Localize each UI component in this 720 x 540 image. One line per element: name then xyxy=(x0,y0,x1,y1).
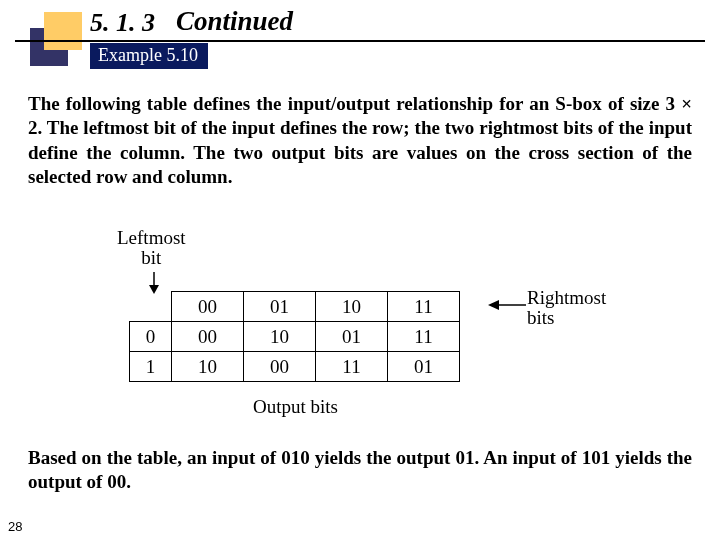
section-number: 5. 1. 3 xyxy=(90,8,155,38)
page-number: 28 xyxy=(8,519,22,534)
table-cell: 10 xyxy=(244,322,316,352)
paragraph-1: The following table defines the input/ou… xyxy=(28,92,692,189)
table-cell: 01 xyxy=(316,322,388,352)
label-leftmost-top: Leftmost xyxy=(117,227,186,248)
table-cell: 11 xyxy=(388,322,460,352)
svg-marker-3 xyxy=(488,300,499,310)
table-cell: 00 xyxy=(172,322,244,352)
label-rightmost-bits: Rightmost bits xyxy=(527,288,606,328)
header-underline xyxy=(15,40,705,42)
label-rightmost-bottom: bits xyxy=(527,307,554,328)
arrow-left-icon xyxy=(488,298,526,312)
label-rightmost-top: Rightmost xyxy=(527,287,606,308)
label-leftmost-bit: Leftmost bit xyxy=(117,228,186,268)
table-cell: 11 xyxy=(316,352,388,382)
table-row: 1 10 00 11 01 xyxy=(130,352,460,382)
decor-square-light xyxy=(44,12,82,50)
table-header-row: 00 01 10 11 xyxy=(130,292,460,322)
row-header: 1 xyxy=(130,352,172,382)
col-header: 00 xyxy=(172,292,244,322)
sbox-table: 00 01 10 11 0 00 10 01 11 1 10 00 11 01 xyxy=(129,291,460,382)
paragraph-2: Based on the table, an input of 010 yiel… xyxy=(28,446,692,495)
example-badge: Example 5.10 xyxy=(90,43,208,69)
table-row: 0 00 10 01 11 xyxy=(130,322,460,352)
label-leftmost-bottom: bit xyxy=(141,247,161,268)
table-cell: 01 xyxy=(388,352,460,382)
col-header: 11 xyxy=(388,292,460,322)
col-header: 01 xyxy=(244,292,316,322)
continued-label: Continued xyxy=(176,6,293,37)
table-cell: 10 xyxy=(172,352,244,382)
col-header: 10 xyxy=(316,292,388,322)
slide-header: 5. 1. 3 Continued Example 5.10 xyxy=(0,0,720,75)
label-output-bits: Output bits xyxy=(253,396,338,418)
table-blank-cell xyxy=(130,292,172,322)
table-cell: 00 xyxy=(244,352,316,382)
row-header: 0 xyxy=(130,322,172,352)
